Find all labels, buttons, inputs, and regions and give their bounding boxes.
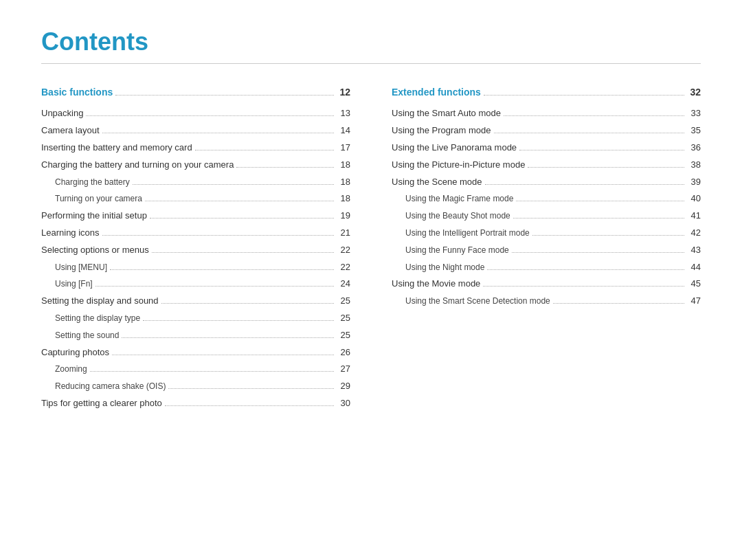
toc-entry: Turning on your camera18 <box>41 192 350 206</box>
entry-page: 18 <box>337 158 350 172</box>
entry-text: Using the Funny Face mode <box>392 244 509 257</box>
entry-text: Using the Picture-in-Picture mode <box>392 158 525 172</box>
entry-text: Inserting the battery and memory card <box>41 141 192 155</box>
toc-entry: Using [Fn]24 <box>41 277 350 291</box>
toc-entry: Setting the display type25 <box>41 311 350 326</box>
entry-dots <box>133 184 334 185</box>
toc-entry: Learning icons21 <box>41 226 350 240</box>
entry-dots <box>528 167 684 168</box>
entry-page: 35 <box>687 124 701 138</box>
basic-functions-title: Basic functions <box>41 85 113 100</box>
left-column: Basic functions 12 Unpacking13Camera lay… <box>41 85 350 414</box>
extended-functions-title: Extended functions <box>392 85 481 100</box>
entry-dots <box>86 115 334 116</box>
entry-text: Using the Night mode <box>392 261 484 274</box>
entry-dots <box>195 150 334 150</box>
toc-entry: Charging the battery and turning on your… <box>41 158 350 172</box>
entry-dots <box>487 269 684 270</box>
entry-dots <box>532 235 684 236</box>
entry-text: Charging the battery <box>41 176 130 189</box>
entry-page: 33 <box>687 107 701 121</box>
entry-text: Using the Program mode <box>392 124 491 138</box>
entry-text: Using the Intelligent Portrait mode <box>392 227 530 240</box>
toc-entry: Using the Intelligent Portrait mode42 <box>392 226 701 240</box>
entry-text: Using the Magic Frame mode <box>392 192 513 205</box>
entry-dots <box>553 303 684 304</box>
entry-page: 26 <box>337 346 350 360</box>
entry-text: Setting the display and sound <box>41 294 159 309</box>
extended-functions-header: Extended functions 32 <box>392 85 701 104</box>
entry-page: 27 <box>337 362 350 377</box>
basic-functions-page: 12 <box>337 85 350 100</box>
toc-entry: Camera layout14 <box>41 124 350 138</box>
entry-dots <box>90 371 334 372</box>
entry-page: 36 <box>687 141 701 155</box>
toc-entry: Using [MENU]22 <box>41 260 350 275</box>
right-column: Extended functions 32 Using the Smart Au… <box>392 85 701 414</box>
entry-page: 18 <box>337 192 350 206</box>
entry-page: 29 <box>337 379 350 394</box>
toc-entry: Using the Night mode44 <box>392 260 701 275</box>
entry-text: Charging the battery and turning on your… <box>41 158 234 172</box>
toc-entry: Reducing camera shake (OIS)29 <box>41 379 350 394</box>
entry-page: 21 <box>337 226 350 240</box>
entry-page: 45 <box>687 277 701 291</box>
entry-dots <box>122 337 334 338</box>
toc-entry: Inserting the battery and memory card17 <box>41 141 350 155</box>
entry-text: Camera layout <box>41 124 100 138</box>
entry-dots <box>145 201 334 201</box>
entry-dots <box>112 355 334 355</box>
toc-entry: Using the Scene mode39 <box>392 175 701 190</box>
right-entries: Using the Smart Auto mode33Using the Pro… <box>392 107 701 309</box>
entry-page: 42 <box>687 226 701 240</box>
entry-text: Using the Live Panorama mode <box>392 141 517 155</box>
entry-text: Using the Movie mode <box>392 277 480 291</box>
entry-page: 25 <box>337 311 350 326</box>
entry-dots <box>152 252 334 253</box>
entry-dots <box>102 235 334 236</box>
dots <box>484 95 684 96</box>
toc-entry: Tips for getting a clearer photo30 <box>41 396 350 411</box>
entry-page: 44 <box>687 260 701 275</box>
entry-page: 22 <box>337 260 350 275</box>
entry-page: 13 <box>337 107 350 121</box>
entry-page: 25 <box>337 294 350 309</box>
entry-text: Using the Smart Auto mode <box>392 107 501 121</box>
entry-text: Using the Beauty Shot mode <box>392 210 510 223</box>
toc-entry: Unpacking13 <box>41 107 350 121</box>
entry-page: 18 <box>337 175 350 190</box>
entry-page: 47 <box>687 294 701 309</box>
entry-dots <box>168 388 334 389</box>
contents-layout: Basic functions 12 Unpacking13Camera lay… <box>41 85 701 414</box>
toc-entry: Setting the sound25 <box>41 328 350 343</box>
entry-dots <box>236 167 334 168</box>
entry-dots <box>110 269 334 270</box>
entry-text: Selecting options or menus <box>41 243 149 258</box>
entry-page: 43 <box>687 243 701 258</box>
entry-text: Setting the display type <box>41 312 140 325</box>
entry-dots <box>143 320 334 321</box>
entry-dots <box>483 286 684 287</box>
entry-text: Using the Scene mode <box>392 175 482 190</box>
toc-entry: Using the Picture-in-Picture mode38 <box>392 158 701 172</box>
toc-entry: Using the Live Panorama mode36 <box>392 141 701 155</box>
entry-dots <box>519 150 684 150</box>
entry-dots <box>161 303 334 304</box>
entry-dots <box>95 286 334 287</box>
toc-entry: Using the Smart Auto mode33 <box>392 107 701 121</box>
basic-functions-header: Basic functions 12 <box>41 85 350 104</box>
entry-dots <box>165 405 334 406</box>
entry-text: Setting the sound <box>41 329 119 342</box>
extended-functions-page: 32 <box>687 85 701 100</box>
entry-dots <box>494 133 684 133</box>
entry-text: Unpacking <box>41 107 83 121</box>
entry-page: 17 <box>337 141 350 155</box>
toc-entry: Selecting options or menus22 <box>41 243 350 258</box>
toc-entry: Using the Funny Face mode43 <box>392 243 701 258</box>
toc-entry: Performing the initial setup19 <box>41 209 350 223</box>
entry-text: Using [Fn] <box>41 278 93 291</box>
entry-text: Learning icons <box>41 226 100 240</box>
entry-page: 24 <box>337 277 350 291</box>
toc-entry: Charging the battery18 <box>41 175 350 190</box>
entry-dots <box>485 184 684 185</box>
